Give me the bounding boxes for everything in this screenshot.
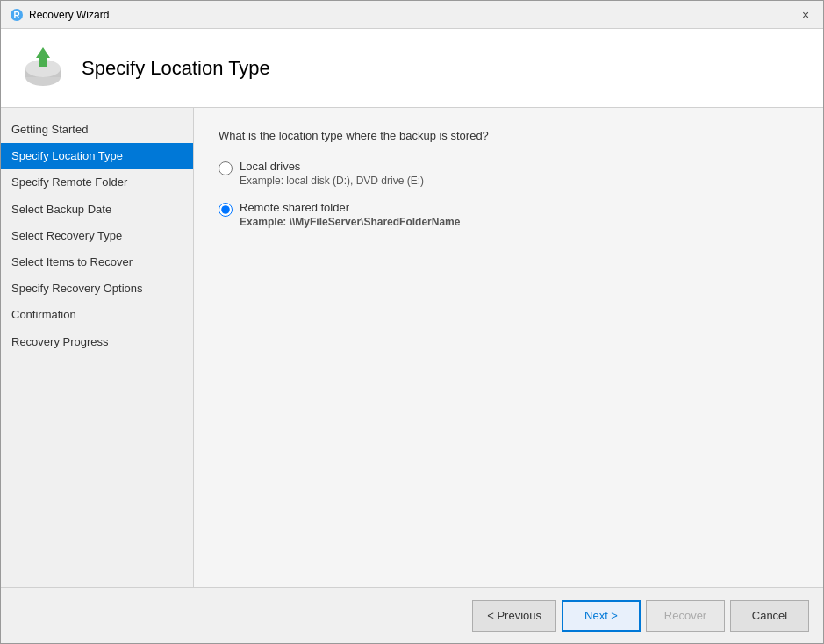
wizard-title-icon: R xyxy=(10,8,24,22)
footer: < Previous Next > Recover Cancel xyxy=(1,587,823,643)
content-area: Getting Started Specify Location Type Sp… xyxy=(1,108,823,587)
header-area: Specify Location Type xyxy=(1,29,823,108)
remote-folder-radio[interactable] xyxy=(219,203,233,217)
sidebar-item-specify-recovery-options[interactable]: Specify Recovery Options xyxy=(1,275,193,302)
main-content: What is the location type where the back… xyxy=(194,108,823,587)
remote-folder-label[interactable]: Remote shared folder Example: \\MyFileSe… xyxy=(240,201,460,228)
next-button[interactable]: Next > xyxy=(562,600,641,632)
sidebar-item-getting-started[interactable]: Getting Started xyxy=(1,117,193,143)
local-drives-option: Local drives Example: local disk (D:), D… xyxy=(219,160,799,187)
close-button[interactable]: × xyxy=(795,4,816,25)
sidebar-item-select-recovery-type[interactable]: Select Recovery Type xyxy=(1,223,193,249)
question-text: What is the location type where the back… xyxy=(219,129,799,142)
recover-button[interactable]: Recover xyxy=(646,600,725,632)
previous-button[interactable]: < Previous xyxy=(472,600,556,632)
sidebar-item-confirmation[interactable]: Confirmation xyxy=(1,302,193,328)
sidebar-item-select-items-to-recover[interactable]: Select Items to Recover xyxy=(1,249,193,275)
window-title: Recovery Wizard xyxy=(29,9,109,21)
svg-text:R: R xyxy=(13,11,20,20)
page-title: Specify Location Type xyxy=(82,57,270,80)
local-drives-example: Example: local disk (D:), DVD drive (E:) xyxy=(240,175,424,187)
remote-folder-option: Remote shared folder Example: \\MyFileSe… xyxy=(219,201,799,228)
sidebar-item-specify-location-type[interactable]: Specify Location Type xyxy=(1,143,193,169)
header-icon xyxy=(18,44,68,93)
local-drives-radio[interactable] xyxy=(219,161,233,175)
sidebar-item-select-backup-date[interactable]: Select Backup Date xyxy=(1,197,193,223)
local-drives-title: Local drives xyxy=(240,160,424,173)
remote-folder-example: Example: \\MyFileServer\SharedFolderName xyxy=(240,216,460,228)
recovery-wizard-window: R Recovery Wizard × Specify Location Typ… xyxy=(0,0,824,644)
title-bar: R Recovery Wizard × xyxy=(1,1,823,29)
local-drives-label[interactable]: Local drives Example: local disk (D:), D… xyxy=(240,160,424,187)
cancel-button[interactable]: Cancel xyxy=(730,600,809,632)
title-bar-left: R Recovery Wizard xyxy=(10,8,109,22)
sidebar-item-specify-remote-folder[interactable]: Specify Remote Folder xyxy=(1,169,193,196)
sidebar-item-recovery-progress[interactable]: Recovery Progress xyxy=(1,329,193,355)
remote-folder-title: Remote shared folder xyxy=(240,201,460,214)
sidebar: Getting Started Specify Location Type Sp… xyxy=(1,108,194,587)
